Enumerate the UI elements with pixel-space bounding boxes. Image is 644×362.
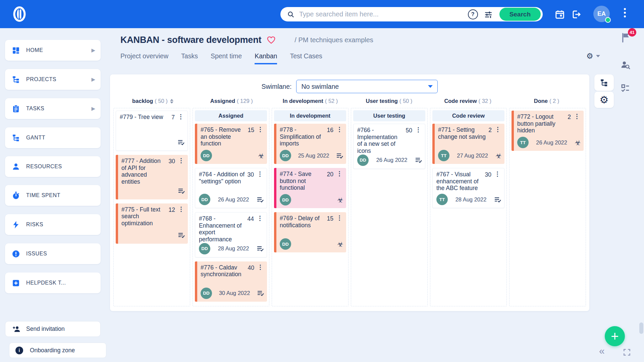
card-menu-icon[interactable]: ⋮ <box>573 113 581 119</box>
card-menu-icon[interactable]: ⋮ <box>177 114 185 120</box>
task-title: #765 - Remove an obsolete function <box>201 126 247 147</box>
tab-tasks[interactable]: Tasks <box>181 52 198 64</box>
checklist-icon <box>178 232 185 238</box>
task-card[interactable]: #769 - Delay of notifications15⋮DD☣ <box>274 212 346 252</box>
column-header-in-development[interactable]: In development( 52 ) <box>271 98 350 104</box>
checklist-panel-icon[interactable] <box>620 83 630 93</box>
favorite-heart-icon[interactable] <box>267 36 276 44</box>
card-menu-icon[interactable]: ⋮ <box>177 206 185 212</box>
scrollbar-thumb[interactable] <box>639 322 643 334</box>
notifications-flag-button[interactable]: 41 <box>621 32 631 43</box>
column-assigned: Assigned#765 - Remove an obsolete functi… <box>193 108 269 306</box>
card-menu-icon[interactable]: ⋮ <box>335 215 343 221</box>
card-menu-icon[interactable]: ⋮ <box>414 127 422 133</box>
task-title: #775 - Full text search optimization <box>121 206 168 227</box>
task-card[interactable]: #777 - Addition of API for advanced enti… <box>116 155 188 199</box>
task-card[interactable]: #778 - Simplification of imports16⋮DD25 … <box>274 124 346 164</box>
board-settings-button[interactable]: ⚙ <box>586 52 600 61</box>
column-header-assigned[interactable]: Assigned( 129 ) <box>192 98 271 104</box>
onboarding-label: Onboarding zone <box>30 347 75 354</box>
assignee-avatar[interactable]: DD <box>199 243 210 254</box>
tab-project-overview[interactable]: Project overview <box>120 52 168 64</box>
fullscreen-icon[interactable] <box>623 348 631 357</box>
sort-icon[interactable] <box>170 99 173 104</box>
collapse-panel-icon[interactable]: « <box>599 345 605 357</box>
column-name: Assigned <box>210 98 235 104</box>
card-menu-icon[interactable]: ⋮ <box>256 171 264 177</box>
sidebar-item-gantt[interactable]: GANTT <box>5 127 101 148</box>
column-header-backlog[interactable]: backlog( 50 ) <box>113 98 192 104</box>
card-menu-icon[interactable]: ⋮ <box>493 171 501 177</box>
kanban-settings-button[interactable]: ⚙ <box>594 92 614 108</box>
tab-spent-time[interactable]: Spent time <box>211 52 242 64</box>
assignee-avatar[interactable]: DD <box>199 194 210 205</box>
assignee-avatar[interactable]: DD <box>357 155 369 166</box>
task-points: 30 <box>248 171 254 178</box>
assignee-avatar[interactable]: DD <box>280 194 291 205</box>
sidebar-item-home[interactable]: HOME▶ <box>5 40 101 61</box>
task-card[interactable]: #766 - Implementation of a new set of ic… <box>353 124 425 169</box>
card-menu-icon[interactable]: ⋮ <box>494 126 502 132</box>
breadcrumb[interactable]: / PM techniques examples <box>294 36 373 44</box>
task-card[interactable]: #776 - Caldav synchronization40⋮DD30 Aug… <box>195 261 267 302</box>
column-header-code-review[interactable]: Code review( 32 ) <box>428 98 507 104</box>
column-name: User testing <box>366 98 397 104</box>
app-logo-icon[interactable] <box>10 5 29 23</box>
sidebar-item-helpdesk-t[interactable]: HELPDESK T... <box>5 273 101 293</box>
task-card[interactable]: #775 - Full text search optimization12⋮ <box>116 203 188 244</box>
card-menu-icon[interactable]: ⋮ <box>256 264 264 270</box>
sign-out-icon[interactable] <box>572 9 582 19</box>
card-menu-icon[interactable]: ⋮ <box>256 215 264 221</box>
tree-view-toggle-button[interactable] <box>594 74 614 91</box>
card-menu-icon[interactable]: ⋮ <box>256 126 264 132</box>
sidebar-item-risks[interactable]: RISKS <box>5 214 101 235</box>
add-task-fab-button[interactable]: + <box>605 326 625 346</box>
checklist-icon <box>336 153 343 159</box>
sidebar-item-tasks[interactable]: TASKS▶ <box>5 98 101 119</box>
assignee-avatar[interactable]: TT <box>436 194 448 205</box>
task-card[interactable]: #765 - Remove an obsolete function15⋮DD☣ <box>195 124 267 164</box>
task-card[interactable]: #772 - Logout button partially hidden2⋮T… <box>512 111 584 151</box>
biohazard-icon: ☣ <box>575 139 581 146</box>
sidebar-item-issues[interactable]: ISSUES <box>5 243 101 264</box>
search-help-icon[interactable]: ? <box>468 9 478 19</box>
assignee-avatar[interactable]: TT <box>517 137 529 148</box>
assignee-avatar[interactable]: DD <box>201 150 212 161</box>
calendar-icon[interactable] <box>555 9 565 19</box>
sidebar-item-resources[interactable]: RESOURCES <box>5 156 101 177</box>
search-filter-icon[interactable] <box>484 10 493 19</box>
app-window: ? Search <box>0 0 644 362</box>
assignee-avatar[interactable]: DD <box>201 288 212 299</box>
swimlane-value: No swimlane <box>301 83 428 90</box>
task-card[interactable]: #779 - Tree view7⋮ <box>116 111 188 151</box>
assignee-avatar[interactable]: TT <box>438 150 449 161</box>
sidebar-item-time-spent[interactable]: TIME SPENT <box>5 185 101 206</box>
assignee-avatar[interactable]: DD <box>280 238 291 250</box>
task-card[interactable]: #764 - Addition of "settings" option30⋮D… <box>195 168 267 208</box>
chevron-right-icon: ▶ <box>91 47 95 53</box>
user-avatar[interactable]: EA <box>593 6 610 22</box>
onboarding-zone-button[interactable]: i Onboarding zone <box>9 343 106 358</box>
assignee-avatar[interactable]: DD <box>280 150 291 161</box>
search-input[interactable] <box>299 10 468 18</box>
search-button[interactable]: Search <box>499 8 541 21</box>
task-card[interactable]: #774 - Save button not functional20⋮DD☣ <box>274 168 346 208</box>
biohazard-icon: ☣ <box>337 196 343 203</box>
tab-kanban[interactable]: Kanban <box>255 52 277 64</box>
send-invitation-button[interactable]: Send invitation <box>5 321 101 337</box>
tab-test-cases[interactable]: Test Cases <box>290 52 322 64</box>
checklist-icon <box>257 245 264 252</box>
card-menu-icon[interactable]: ⋮ <box>335 126 343 132</box>
task-card[interactable]: #771 - Setting change not saving2⋮TT27 A… <box>432 124 504 164</box>
card-menu-icon[interactable]: ⋮ <box>177 158 185 164</box>
more-options-icon[interactable] <box>624 8 626 17</box>
column-header-user-testing[interactable]: User testing( 50 ) <box>350 98 428 104</box>
sidebar-item-projects[interactable]: PROJECTS▶ <box>5 69 101 90</box>
task-card[interactable]: #768 - Enhancement of export performance… <box>195 212 267 257</box>
task-card[interactable]: #767 - Visual enhancement of the ABC fea… <box>432 168 504 208</box>
swimlane-select[interactable]: No swimlane <box>296 80 438 93</box>
column-header-done[interactable]: Done( 2 ) <box>507 98 586 104</box>
user-search-icon[interactable] <box>620 60 631 70</box>
card-menu-icon[interactable]: ⋮ <box>335 171 343 177</box>
tree-view-icon <box>600 78 608 87</box>
